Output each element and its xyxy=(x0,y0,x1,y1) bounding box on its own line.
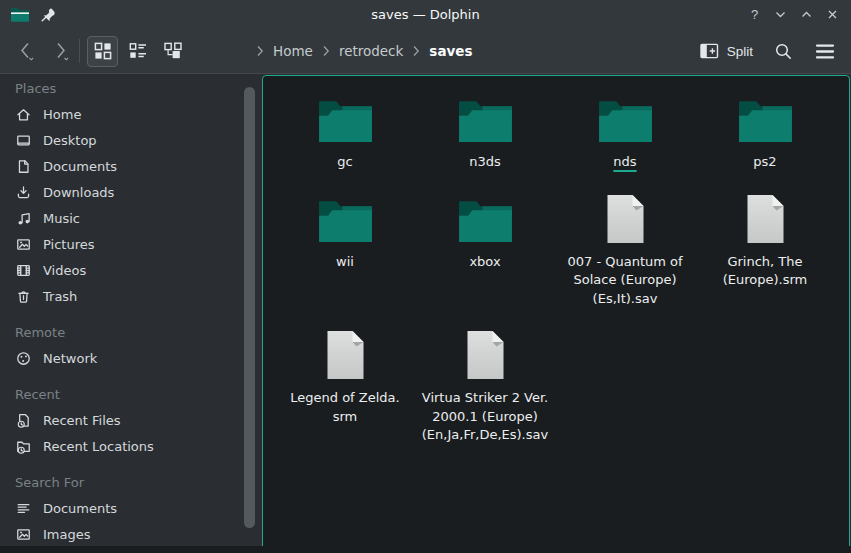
file-clock-icon xyxy=(15,412,32,429)
sidebar-item-label: Trash xyxy=(43,289,77,304)
toolbar-separator xyxy=(79,39,80,63)
trash-icon xyxy=(15,288,32,305)
item-label: wii xyxy=(336,253,354,272)
sidebar-item-label: Desktop xyxy=(43,133,97,148)
window-controls: ? xyxy=(744,4,843,25)
breadcrumb-item-saves[interactable]: saves xyxy=(429,43,472,59)
sidebar-item-images[interactable]: Images xyxy=(0,521,240,547)
sidebar-item-recent-locations[interactable]: Recent Locations xyxy=(0,433,240,459)
menu-button[interactable] xyxy=(809,35,841,67)
section-title: Places xyxy=(0,74,240,101)
sidebar-item-label: Recent Locations xyxy=(43,439,154,454)
folder-item[interactable]: n3ds xyxy=(415,84,555,184)
back-button[interactable] xyxy=(10,35,43,68)
search-button[interactable] xyxy=(767,35,799,67)
folder-item[interactable]: wii xyxy=(275,184,415,321)
sidebar-item-trash[interactable]: Trash xyxy=(0,283,240,309)
places-panel: PlacesHomeDesktopDocumentsDownloadsMusic… xyxy=(0,74,240,553)
file-icon xyxy=(325,330,366,380)
sidebar-item-label: Recent Files xyxy=(43,413,121,428)
film-icon xyxy=(15,262,32,279)
sidebar-item-label: Documents xyxy=(43,159,117,174)
file-item[interactable]: 007 - Quantum of Solace (Europe) (Es,It)… xyxy=(555,184,695,321)
window-bottom-edge xyxy=(0,546,851,553)
dolphin-window: saves — Dolphin ? xyxy=(0,0,851,553)
item-label: gc xyxy=(337,153,352,172)
item-label: Virtua Striker 2 Ver. 2000.1 (Europe) (E… xyxy=(422,389,548,445)
document-icon xyxy=(15,158,32,175)
content-area: PlacesHomeDesktopDocumentsDownloadsMusic… xyxy=(0,74,851,553)
breadcrumb-item-home[interactable]: Home xyxy=(273,43,313,59)
music-note-icon xyxy=(15,210,32,227)
sidebar-item-desktop[interactable]: Desktop xyxy=(0,127,240,153)
item-label: xbox xyxy=(469,253,500,272)
folder-clock-icon xyxy=(15,438,32,455)
download-icon xyxy=(15,184,32,201)
tree-view-button[interactable] xyxy=(157,36,188,67)
sidebar-item-documents[interactable]: Documents xyxy=(0,495,240,521)
item-label: Grinch, The (Europe).srm xyxy=(723,253,808,290)
details-view-button[interactable] xyxy=(122,36,153,67)
chevron-right-icon xyxy=(322,45,330,57)
split-view-icon xyxy=(700,43,719,59)
item-label: n3ds xyxy=(469,153,501,172)
file-icon xyxy=(605,194,646,244)
sidebar-scroll-gutter xyxy=(240,74,262,553)
item-icon-box xyxy=(317,194,374,244)
folder-icon xyxy=(317,97,374,144)
sidebar-item-documents[interactable]: Documents xyxy=(0,153,240,179)
item-icon-box xyxy=(317,94,374,144)
item-icon-box xyxy=(457,94,514,144)
split-button[interactable]: Split xyxy=(696,43,757,59)
sidebar-item-home[interactable]: Home xyxy=(0,101,240,127)
titlebar[interactable]: saves — Dolphin ? xyxy=(0,0,851,29)
file-grid: gc n3ds nds ps2 wii xbox 007 - Quantum o… xyxy=(263,76,849,457)
sidebar-item-recent-files[interactable]: Recent Files xyxy=(0,407,240,433)
sidebar-item-label: Network xyxy=(43,351,97,366)
item-icon-box xyxy=(605,194,646,244)
minimize-button[interactable] xyxy=(770,4,791,25)
sidebar-item-network[interactable]: Network xyxy=(0,345,240,371)
breadcrumb: Homeretrodecksaves xyxy=(256,29,473,73)
item-icon-box xyxy=(465,330,506,380)
icons-view-button[interactable] xyxy=(87,36,118,67)
file-item[interactable]: Grinch, The (Europe).srm xyxy=(695,184,835,321)
item-icon-box xyxy=(325,330,366,380)
sidebar-scrollbar[interactable] xyxy=(244,87,255,528)
breadcrumb-item-retrodeck[interactable]: retrodeck xyxy=(339,43,403,59)
section-title: Remote xyxy=(0,318,240,345)
folder-item[interactable]: gc xyxy=(275,84,415,184)
file-item[interactable]: Virtua Striker 2 Ver. 2000.1 (Europe) (E… xyxy=(415,320,555,457)
network-icon xyxy=(15,350,32,367)
pin-icon[interactable] xyxy=(40,7,56,23)
image-icon xyxy=(15,236,32,253)
desktop-icon xyxy=(15,132,32,149)
item-label: 007 - Quantum of Solace (Europe) (Es,It)… xyxy=(567,253,682,309)
sidebar-item-label: Videos xyxy=(43,263,86,278)
forward-button[interactable] xyxy=(43,35,76,68)
sidebar-item-videos[interactable]: Videos xyxy=(0,257,240,283)
file-icon xyxy=(745,194,786,244)
folder-item[interactable]: nds xyxy=(555,84,695,184)
hamburger-icon xyxy=(815,43,835,60)
toolbar-right-group: Split xyxy=(696,35,841,67)
section-title: Recent xyxy=(0,380,240,407)
help-button[interactable]: ? xyxy=(744,4,765,25)
sidebar-item-label: Documents xyxy=(43,501,117,516)
window-title: saves — Dolphin xyxy=(0,7,851,22)
image-icon xyxy=(15,526,32,543)
sidebar-item-music[interactable]: Music xyxy=(0,205,240,231)
folder-icon xyxy=(597,97,654,144)
folder-icon xyxy=(737,97,794,144)
maximize-button[interactable] xyxy=(796,4,817,25)
close-button[interactable] xyxy=(822,4,843,25)
item-label: Legend of Zelda. srm xyxy=(290,389,399,426)
folder-item[interactable]: xbox xyxy=(415,184,555,321)
sidebar-item-pictures[interactable]: Pictures xyxy=(0,231,240,257)
chevron-right-icon xyxy=(256,45,264,57)
home-icon xyxy=(15,106,32,123)
folder-view: gc n3ds nds ps2 wii xbox 007 - Quantum o… xyxy=(262,75,850,553)
file-item[interactable]: Legend of Zelda. srm xyxy=(275,320,415,457)
folder-item[interactable]: ps2 xyxy=(695,84,835,184)
sidebar-item-downloads[interactable]: Downloads xyxy=(0,179,240,205)
